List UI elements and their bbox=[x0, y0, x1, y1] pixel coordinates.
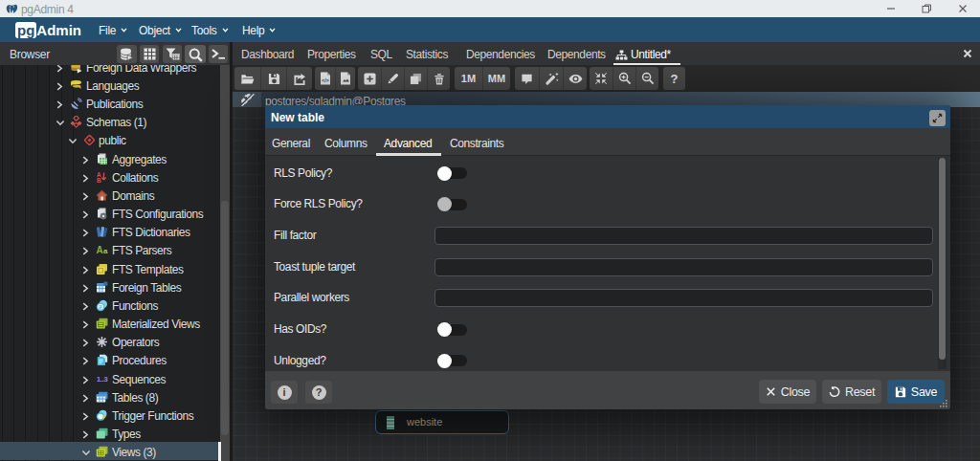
svg-text:B: B bbox=[97, 177, 101, 184]
svg-text:</>: </> bbox=[322, 77, 329, 83]
svg-text:A: A bbox=[97, 245, 103, 255]
svg-text:1..3: 1..3 bbox=[97, 375, 108, 384]
svg-text:a: a bbox=[103, 247, 108, 255]
